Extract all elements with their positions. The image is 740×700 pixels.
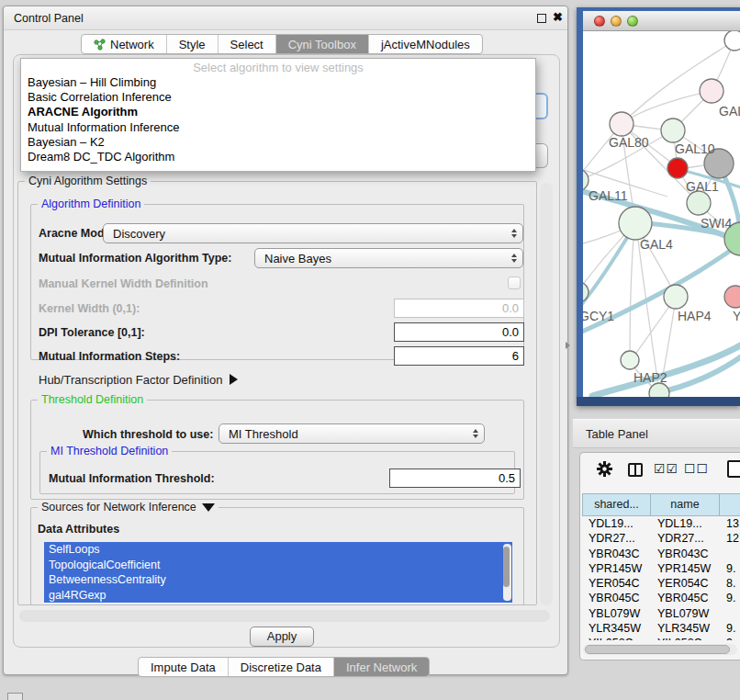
network-node[interactable] (687, 191, 711, 215)
data-attribute-item[interactable]: TopologicalCoefficient (44, 558, 512, 573)
algorithm-option[interactable]: Bayesian – Hill Climbing (21, 75, 535, 90)
tab-label: jActiveMNodules (381, 38, 470, 51)
table-cell: 9. (720, 591, 740, 605)
network-node[interactable] (661, 119, 685, 142)
hub-definition-label: Hub/Transcription Factor Definition (39, 373, 222, 387)
table-column-header[interactable]: shared... (582, 493, 651, 516)
tab-network[interactable]: Network (82, 35, 166, 53)
node-label: HAP4 (678, 309, 712, 323)
algorithm-option[interactable]: Basic Correlation Inference (21, 90, 535, 105)
inference-algorithm-combobox-fragment[interactable] (535, 93, 548, 119)
table-row[interactable]: YBL079WYBL079W (582, 606, 740, 621)
network-node[interactable] (610, 112, 633, 136)
network-selector-combobox-fragment[interactable] (535, 143, 548, 168)
gear-icon[interactable] (596, 460, 613, 478)
table-cell: YIL052C (582, 636, 651, 640)
table-cell: YDL19... (651, 516, 720, 531)
which-threshold-combobox[interactable]: MI Threshold (219, 423, 485, 444)
node-label: GAL11 (589, 188, 628, 203)
table-horizontal-scrollbar-thumb[interactable] (585, 645, 730, 654)
bottom-tab-impute-data[interactable]: Impute Data (139, 658, 228, 676)
minimize-traffic-light-icon[interactable] (611, 16, 622, 27)
column-layout-icon[interactable] (628, 463, 643, 477)
table-row[interactable]: YDR27...YDR27...12 (582, 531, 740, 546)
table-row[interactable]: YBR043CYBR043C (582, 547, 740, 561)
data-attributes-list[interactable]: SelfLoopsTopologicalCoefficientBetweenne… (44, 542, 512, 604)
bottom-tab-discretize-data[interactable]: Discretize Data (228, 658, 333, 676)
tab-select[interactable]: Select (218, 35, 275, 53)
table-panel-titlebar: Table Panel (573, 419, 740, 448)
mi-algorithm-type-combobox[interactable]: Naive Bayes (254, 248, 523, 268)
network-node-labels: GALGAL80GAL10GAL1GAL11SWI4GAL4GCY1HAP4YH… (583, 104, 740, 385)
table-row[interactable]: YIL052CYIL052C9 (582, 636, 740, 640)
collapsed-panel-box[interactable] (7, 693, 23, 700)
mi-threshold-field[interactable] (389, 469, 521, 488)
tab-style[interactable]: Style (166, 35, 218, 53)
close-icon[interactable]: ✖ (553, 10, 563, 24)
tab-label: Cyni Toolbox (288, 38, 356, 51)
aracne-mode-combobox[interactable]: Discovery (103, 223, 523, 243)
data-attribute-item[interactable]: SelfLoops (44, 542, 512, 558)
table-horizontal-scrollbar[interactable] (583, 644, 737, 655)
node-label: GAL4 (640, 237, 673, 252)
table-row[interactable]: YER054CYER054C8. (582, 576, 740, 591)
table-cell: YDR27... (651, 531, 720, 546)
node-label: Y (733, 309, 740, 323)
node-label: SWI4 (701, 216, 732, 231)
manual-kernel-width-checkbox[interactable] (508, 277, 521, 289)
network-node[interactable] (724, 31, 740, 51)
table-cell: 13 (720, 516, 740, 531)
table-column-header[interactable]: name (651, 493, 720, 516)
table-cell: YER054C (651, 576, 720, 591)
algorithm-option[interactable]: ARACNE Algorithm (21, 105, 535, 119)
tab-jactivemnodules[interactable]: jActiveMNodules (368, 35, 482, 53)
zoom-traffic-light-icon[interactable] (627, 16, 638, 27)
network-node[interactable] (619, 207, 652, 240)
algorithm-option[interactable]: Mutual Information Inference (21, 120, 535, 135)
network-node[interactable] (700, 79, 723, 103)
mi-steps-field[interactable] (394, 346, 524, 366)
float-window-icon[interactable] (537, 14, 546, 23)
algorithm-dropdown-list: Bayesian – Hill ClimbingBasic Correlatio… (21, 75, 535, 164)
hub-definition-toggle[interactable]: Hub/Transcription Factor Definition (39, 373, 238, 387)
sources-legend-text: Sources for Network Inference (41, 501, 196, 514)
tab-cyni-toolbox[interactable]: Cyni Toolbox (275, 35, 368, 53)
split-pane-handle-icon[interactable] (566, 342, 570, 349)
table-cell: YBR045C (651, 591, 720, 605)
network-node[interactable] (724, 286, 740, 308)
algorithm-option[interactable]: Dream8 DC_TDC Algorithm (21, 150, 535, 164)
network-canvas[interactable]: GALGAL80GAL10GAL1GAL11SWI4GAL4GCY1HAP4YH… (583, 31, 740, 397)
table-row[interactable]: YDL19...YDL19...13 (582, 516, 740, 531)
expanded-arrow-icon (202, 503, 215, 512)
dpi-tolerance-field[interactable] (394, 322, 524, 342)
network-node[interactable] (664, 285, 688, 309)
select-all-checkboxes-icon[interactable]: ☑☑ (654, 461, 678, 476)
algorithm-option[interactable]: Bayesian – K2 (21, 135, 535, 150)
network-node[interactable] (667, 158, 688, 178)
table-row[interactable]: YBR045CYBR045C9. (582, 591, 740, 605)
network-window-bottom-frame (577, 397, 740, 406)
settings-vertical-scrollbar[interactable] (540, 183, 553, 605)
kernel-width-field[interactable] (394, 299, 524, 318)
deselect-all-checkboxes-icon[interactable]: ☐☐ (684, 461, 709, 476)
network-window-titlebar[interactable] (583, 11, 740, 31)
network-tab-icon (94, 39, 106, 51)
network-node[interactable] (621, 351, 639, 369)
table-row[interactable]: YPR145WYPR145W9. (582, 561, 740, 576)
attributes-scrollbar-thumb[interactable] (503, 547, 510, 587)
control-panel-tabs: NetworkStyleSelectCyni ToolboxjActiveMNo… (81, 34, 483, 54)
network-node[interactable] (649, 383, 669, 397)
attributes-scrollbar[interactable] (503, 544, 511, 601)
table-column-header[interactable] (720, 493, 740, 516)
settings-horizontal-scrollbar[interactable] (19, 610, 550, 622)
close-traffic-light-icon[interactable] (594, 16, 605, 27)
apply-button[interactable]: Apply (250, 627, 314, 647)
new-table-icon[interactable] (727, 460, 740, 478)
data-attributes-label: Data Attributes (38, 523, 119, 536)
sources-legend[interactable]: Sources for Network Inference (38, 501, 219, 514)
data-attribute-item[interactable]: gal4RGexp (44, 588, 512, 604)
bottom-tab-infer-network[interactable]: Infer Network (333, 658, 429, 676)
data-attribute-item[interactable]: BetweennessCentrality (44, 572, 512, 588)
table-row[interactable]: YLR345WYLR345W9. (582, 621, 740, 636)
algorithm-dropdown-popup: Select algorithm to view settings Bayesi… (20, 58, 536, 172)
